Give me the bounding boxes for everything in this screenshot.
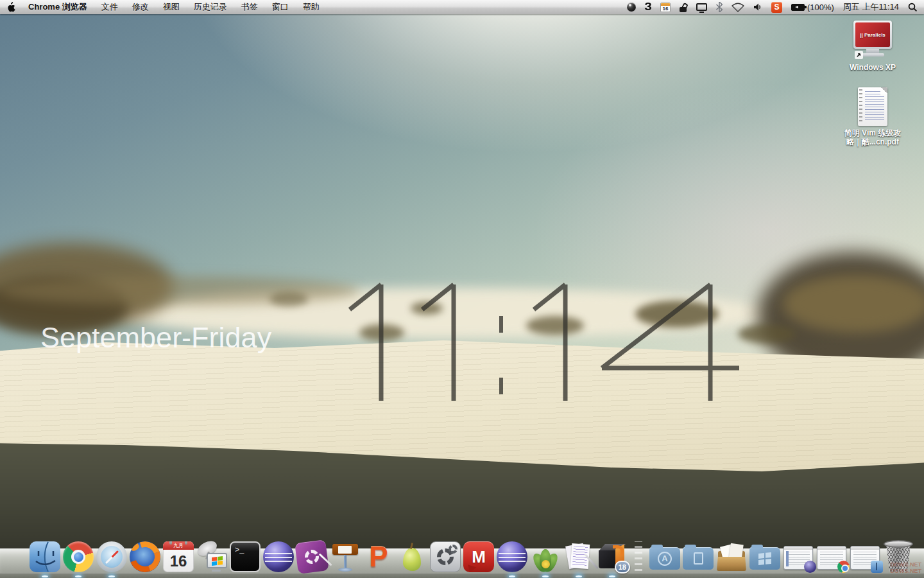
running-indicator — [108, 575, 115, 577]
pdf-document-icon — [858, 87, 887, 126]
lightning-3-icon[interactable]: З — [644, 1, 652, 13]
parallels-monitor-icon: || Parallels — [850, 21, 896, 60]
desktop-icon-label: Windows XP — [850, 63, 896, 72]
menu-item-bookmarks[interactable]: 书签 — [241, 1, 258, 13]
dock-item-windows-folder[interactable] — [748, 536, 782, 572]
running-indicator — [609, 575, 615, 577]
running-indicator — [42, 575, 48, 577]
dock-item-remote-desktop[interactable] — [195, 536, 228, 572]
menu-item-view[interactable]: 视图 — [163, 1, 180, 13]
dock-item-minimized-eclipse-window[interactable] — [782, 536, 815, 572]
purple-gear-editor-icon — [295, 539, 329, 574]
battery-status[interactable]: (100%) — [791, 3, 834, 12]
running-indicator — [542, 575, 549, 577]
wallpaper-date-text: September-Friday — [40, 321, 271, 355]
wallpaper-grass-tuft — [635, 301, 719, 328]
dock-item-downloads-stack[interactable] — [715, 536, 748, 572]
running-indicator — [75, 575, 81, 577]
dock-item-eclipse[interactable] — [262, 536, 295, 572]
terminal-icon: >_ — [230, 541, 261, 572]
chrome-icon — [63, 541, 94, 572]
dock-item-calendar[interactable]: 九月 16 — [162, 536, 195, 572]
applications-folder-icon: A — [649, 547, 680, 570]
wallpaper-bush — [783, 275, 924, 333]
dock-item-applications-folder[interactable]: A — [648, 536, 681, 572]
dock-item-firefox[interactable] — [128, 536, 162, 572]
watermark: DOWS.NET DOWS.NET — [891, 561, 922, 574]
dock: 九月 16 >_ — [0, 534, 924, 578]
display-icon[interactable] — [696, 1, 707, 13]
battery-icon — [791, 4, 805, 11]
wifi-icon[interactable] — [732, 1, 744, 13]
finder-icon — [30, 541, 60, 572]
unread-badge: 18 — [615, 561, 630, 574]
desktop-icon-windows-xp[interactable]: || Parallels Windows XP — [834, 21, 911, 72]
minimized-finder-window — [850, 546, 880, 570]
dock-item-powerpoint[interactable]: P — [362, 536, 395, 572]
desktop-icon-vim-pdf[interactable]: 简明 Vim 练级攻 略｜酷...cn.pdf — [834, 87, 911, 146]
keynote-icon — [330, 541, 361, 572]
lotus-flower-icon — [530, 541, 561, 572]
menu-calendar-icon[interactable]: 16 — [660, 1, 671, 13]
running-indicator — [576, 575, 582, 577]
bluetooth-icon[interactable] — [716, 1, 723, 13]
menu-item-edit[interactable]: 修改 — [132, 1, 149, 13]
dock-item-terminal[interactable]: >_ — [228, 536, 262, 572]
spotlight-icon[interactable] — [908, 1, 918, 13]
menu-item-file[interactable]: 文件 — [101, 1, 118, 13]
dock-item-safari[interactable] — [95, 536, 128, 572]
eclipse-icon — [497, 541, 527, 572]
documents-folder-icon — [683, 547, 714, 570]
eclipse-icon — [263, 541, 294, 572]
system-preferences-icon — [430, 541, 461, 572]
marsedit-icon: M — [463, 541, 494, 572]
dock-item-documents-folder[interactable] — [681, 536, 715, 572]
dock-item-eclipse-2[interactable] — [495, 536, 529, 572]
apple-menu-icon[interactable] — [6, 2, 15, 13]
dock-item-purple-gear-editor[interactable] — [295, 536, 329, 572]
dock-item-system-preferences[interactable] — [429, 536, 462, 572]
dock-item-keynote[interactable] — [329, 536, 362, 572]
dock-item-marsedit[interactable]: M — [462, 536, 495, 572]
desktop-screen: September-Friday 11:14 Chrome 浏览器 文件 修改 … — [0, 0, 924, 578]
menu-app-name[interactable]: Chrome 浏览器 — [28, 1, 87, 13]
webcam-orb-icon[interactable] — [627, 1, 636, 13]
minimized-chrome-window — [817, 546, 846, 570]
menu-clock-label[interactable]: 周五 上午11:14 — [843, 1, 899, 13]
papers-pen-icon — [563, 541, 594, 572]
menu-item-history[interactable]: 历史记录 — [194, 1, 227, 13]
sogou-input-icon[interactable]: S — [771, 2, 782, 13]
running-indicator — [509, 575, 515, 577]
wallpaper-grass-tuft — [526, 316, 584, 335]
downloads-stack-icon — [716, 545, 747, 571]
dock-item-lotus-writer[interactable] — [529, 536, 562, 572]
volume-icon[interactable] — [753, 1, 762, 13]
menu-item-help[interactable]: 帮助 — [303, 1, 320, 13]
dock-item-papers-notes[interactable] — [562, 536, 595, 572]
dock-item-chrome[interactable] — [62, 536, 95, 572]
wallpaper-grass-tuft — [270, 292, 308, 306]
dock-item-mail-cube[interactable]: 18 — [595, 536, 629, 572]
dock-separator — [635, 541, 642, 571]
pear-icon — [397, 541, 427, 572]
remote-desktop-icon — [196, 541, 227, 572]
wallpaper-grass-tuft — [411, 302, 443, 315]
safari-icon — [96, 541, 127, 572]
dock-item-minimized-finder-window[interactable] — [848, 536, 882, 572]
wallpaper-grass-tuft — [738, 324, 796, 344]
wallpaper-grass-tuft — [359, 324, 404, 341]
calendar-icon: 九月 16 — [163, 541, 194, 572]
pdf-label-line1: 简明 Vim 练级攻 — [844, 128, 901, 137]
menu-bar: Chrome 浏览器 文件 修改 视图 历史记录 书签 窗口 帮助 З 16 — [0, 0, 924, 14]
unlock-icon[interactable] — [680, 1, 687, 13]
dock-item-pear-note[interactable] — [395, 536, 429, 572]
pdf-label-line2: 略｜酷...cn.pdf — [844, 137, 901, 146]
dock-item-finder[interactable] — [28, 536, 62, 572]
windows-folder-icon — [749, 547, 780, 570]
dock-item-minimized-chrome-window[interactable] — [815, 536, 848, 572]
menu-item-window[interactable]: 窗口 — [272, 1, 289, 13]
alias-arrow-badge — [855, 51, 863, 59]
mail-cube-icon: 18 — [597, 541, 628, 572]
battery-percent-label: (100%) — [807, 3, 834, 12]
firefox-icon — [130, 541, 160, 572]
